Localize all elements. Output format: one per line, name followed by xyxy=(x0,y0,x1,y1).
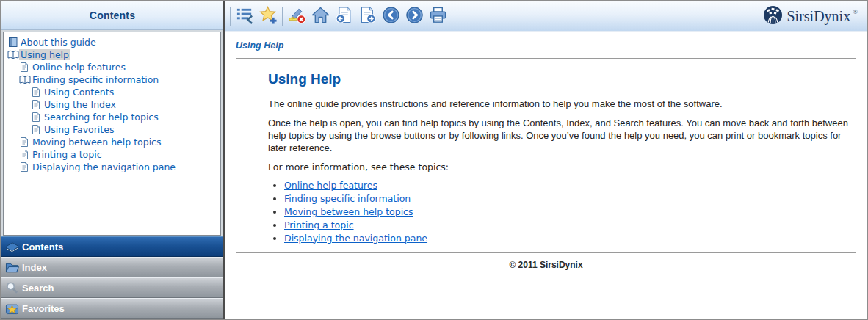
toc-item-label: Using Contents xyxy=(43,87,115,98)
toolbar-separator xyxy=(230,7,231,26)
page-icon xyxy=(31,124,43,135)
toolbar-button-add-to-favorites[interactable] xyxy=(257,5,279,27)
toc-item-label: Online help features xyxy=(31,62,127,73)
accordion-tab-label: Index xyxy=(22,262,47,273)
page-icon xyxy=(31,99,43,110)
toc-item[interactable]: Moving between help topics xyxy=(6,136,219,148)
toolbar-button-forward[interactable] xyxy=(403,5,425,27)
toc-item[interactable]: Searching for help topics xyxy=(6,111,219,123)
navigation-pane-title: Contents xyxy=(90,10,135,21)
navigation-accordion: ContentsIndexSearchFavorites xyxy=(1,236,223,319)
toolbar-button-remove-highlights[interactable] xyxy=(286,5,308,27)
divider-top xyxy=(236,58,856,59)
page-icon xyxy=(19,161,31,172)
index-folder-icon xyxy=(5,261,20,274)
accordion-tab-search[interactable]: Search xyxy=(1,277,223,298)
toc-item-label: Moving between help topics xyxy=(31,137,163,148)
back-icon xyxy=(382,6,400,27)
toc-item-label: Using help xyxy=(19,49,70,60)
favorites-star-icon xyxy=(5,302,20,315)
toolbar: SirsiDynix ® xyxy=(225,1,867,32)
divider-bottom xyxy=(236,252,856,253)
topic-link[interactable]: Printing a topic xyxy=(284,219,354,230)
topic-link[interactable]: Online help features xyxy=(284,180,377,191)
sirsidynix-globe-icon xyxy=(763,5,783,28)
toc-item-label: Finding specific information xyxy=(31,74,160,85)
toc-item-label: Printing a topic xyxy=(31,149,104,160)
topic-paragraphs: The online guide provides instructions a… xyxy=(268,98,861,155)
page-icon xyxy=(19,62,31,73)
registered-trademark-mark: ® xyxy=(853,8,858,15)
remove-highlight-icon xyxy=(288,6,306,27)
forward-icon xyxy=(405,6,424,27)
topic-pane: SirsiDynix ® Using Help Using Help The o… xyxy=(225,1,867,319)
previous-topic-icon xyxy=(335,6,353,27)
accordion-tab-label: Search xyxy=(22,283,54,294)
toolbar-button-next-topic[interactable] xyxy=(356,5,378,27)
list-item: Online help features xyxy=(284,180,861,191)
book-open-icon xyxy=(7,49,19,60)
print-icon xyxy=(429,6,447,27)
toc-item-label: Using Favorites xyxy=(43,124,115,135)
book-closed-icon xyxy=(7,37,19,48)
page-icon xyxy=(19,149,31,160)
toolbar-button-home[interactable] xyxy=(309,5,331,27)
book-open-icon xyxy=(19,74,31,85)
toc-item[interactable]: Displaying the navigation pane xyxy=(6,161,219,173)
page-title: Using Help xyxy=(268,71,861,87)
accordion-tab-favorites[interactable]: Favorites xyxy=(1,298,223,319)
toc-item-label: Displaying the navigation pane xyxy=(31,161,177,172)
accordion-tab-label: Contents xyxy=(22,241,63,252)
breadcrumb: Using Help xyxy=(236,40,861,51)
see-also-label: For more information, see these topics: xyxy=(268,161,861,173)
accordion-tab-label: Favorites xyxy=(22,303,65,314)
brand-logo-text: SirsiDynix xyxy=(786,8,850,25)
toc-item[interactable]: Online help features xyxy=(6,61,219,73)
hide-navigation-icon xyxy=(236,6,254,27)
toc-item-label: Using the Index xyxy=(43,99,117,110)
topic-paragraph: Once the help is open, you can find help… xyxy=(268,117,861,155)
accordion-tab-index[interactable]: Index xyxy=(1,257,223,277)
topic-content: Using Help Using Help The online guide p… xyxy=(225,32,867,319)
page-icon xyxy=(19,137,31,148)
contents-book-icon xyxy=(5,240,20,253)
topic-paragraph: The online guide provides instructions a… xyxy=(268,98,861,111)
next-topic-icon xyxy=(358,6,377,27)
topic-link[interactable]: Finding specific information xyxy=(284,193,411,204)
topic-link[interactable]: Displaying the navigation pane xyxy=(284,233,427,244)
toolbar-button-back[interactable] xyxy=(380,5,402,27)
copyright-text: © 2011 SirsiDynix xyxy=(231,260,861,270)
navigation-pane: Contents About this guideUsing helpOnlin… xyxy=(1,1,223,319)
contents-tree: About this guideUsing helpOnline help fe… xyxy=(3,32,221,236)
toc-item[interactable]: Using Favorites xyxy=(6,123,219,136)
toc-item[interactable]: About this guide xyxy=(6,36,219,48)
page-icon xyxy=(31,87,43,98)
list-item: Finding specific information xyxy=(284,193,861,204)
toolbar-button-hide-navigation[interactable] xyxy=(234,5,256,27)
page-icon xyxy=(31,112,43,123)
toc-item[interactable]: Using help xyxy=(6,48,219,61)
list-item: Printing a topic xyxy=(284,219,861,230)
toc-item[interactable]: Printing a topic xyxy=(6,148,219,161)
home-icon xyxy=(311,6,330,27)
navigation-pane-header: Contents xyxy=(1,1,223,30)
brand-logo: SirsiDynix ® xyxy=(763,5,859,28)
list-item: Moving between help topics xyxy=(284,206,861,217)
add-favorite-icon xyxy=(259,6,278,27)
accordion-tab-contents[interactable]: Contents xyxy=(1,236,223,257)
search-magnifier-icon xyxy=(5,281,20,294)
toolbar-button-print[interactable] xyxy=(427,5,449,27)
toc-item-label: Searching for help topics xyxy=(43,112,160,123)
toolbar-separator xyxy=(282,7,283,26)
help-viewer-window: Contents About this guideUsing helpOnlin… xyxy=(0,0,868,320)
related-topics-list: Online help featuresFinding specific inf… xyxy=(271,180,861,244)
topic-link[interactable]: Moving between help topics xyxy=(284,206,413,217)
list-item: Displaying the navigation pane xyxy=(284,233,861,244)
toc-item[interactable]: Using Contents xyxy=(6,86,219,98)
toc-item-label: About this guide xyxy=(19,37,98,48)
toc-item[interactable]: Using the Index xyxy=(6,98,219,111)
toc-item[interactable]: Finding specific information xyxy=(6,73,219,86)
toolbar-button-previous-topic[interactable] xyxy=(333,5,355,27)
